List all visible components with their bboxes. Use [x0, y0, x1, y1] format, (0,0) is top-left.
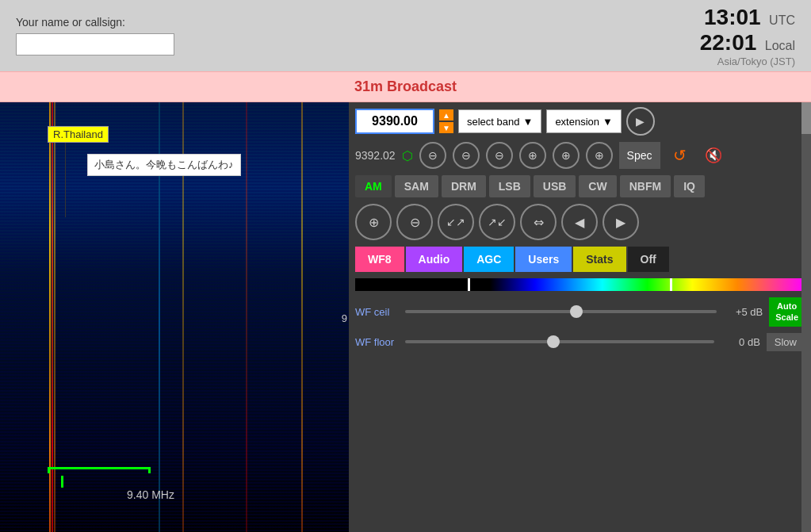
select-band-button[interactable]: select band ▼ [458, 109, 541, 133]
mode-iq-button[interactable]: IQ [674, 175, 705, 197]
callsign-input[interactable] [16, 33, 174, 55]
mode-nbfm-button[interactable]: NBFM [620, 175, 671, 197]
freq-marker: 9.40 MHz [127, 488, 174, 501]
tab-stats[interactable]: Stats [573, 247, 625, 272]
tab-row: WF8 Audio AGC Users Stats Off [349, 243, 811, 275]
wf-colorbar-track[interactable] [355, 278, 805, 291]
time-local: 22:01 [700, 30, 757, 55]
zoom-plus-button-3[interactable]: ⊕ [586, 142, 613, 169]
broadcast-banner: 31m Broadcast [0, 71, 811, 102]
callsign-section: Your name or callsign: [16, 16, 174, 55]
mode-am-button[interactable]: AM [355, 175, 392, 197]
wf-colorbar-row [349, 275, 811, 294]
wf-ceil-value: +5 dB [723, 306, 763, 318]
play-button[interactable]: ▶ [626, 107, 655, 136]
zoom-plus-button-2[interactable]: ⊕ [553, 142, 580, 169]
zoom-minus-button-2[interactable]: ⊖ [453, 142, 480, 169]
wf-ceil-slider[interactable] [405, 310, 717, 313]
compress-out-button[interactable]: ↗↙ [479, 204, 515, 240]
wf-colorbar-handle-right[interactable] [670, 278, 672, 291]
freq-row2: 9392.02 ⬡ ⊖ ⊖ ⊖ ⊕ ⊕ ⊕ Spec ↺ 🔇 [349, 140, 811, 172]
freq-spinners: ▲ ▼ [439, 109, 453, 133]
tab-off[interactable]: Off [628, 247, 669, 272]
arrows-lr-button[interactable]: ⇔ [520, 204, 557, 240]
time-local-label: Local [765, 39, 795, 52]
action-row: ⊕ ⊖ ↙↗ ↗↙ ⇔ ◀ ▶ [349, 201, 811, 243]
extension-button[interactable]: extension ▼ [546, 109, 622, 133]
frequency-input[interactable] [355, 109, 434, 134]
timezone: Asia/Tokyo (JST) [700, 55, 795, 67]
auto-scale-button[interactable]: AutoScale [769, 297, 805, 327]
wf-floor-label: WF floor [355, 336, 399, 348]
freq-link-icon[interactable]: ⬡ [402, 148, 413, 163]
zoom-minus-button-1[interactable]: ⊖ [419, 142, 446, 169]
mode-row: AM SAM DRM LSB USB CW NBFM IQ [349, 172, 811, 201]
wf-floor-thumb[interactable] [547, 335, 560, 348]
signal-line-7 [301, 102, 303, 532]
mute-button[interactable]: 🔇 [700, 142, 727, 169]
zoom-minus-button-3[interactable]: ⊖ [486, 142, 513, 169]
station-label: R.Thailand [48, 126, 109, 143]
freq-down-button[interactable]: ▼ [439, 122, 453, 133]
wf-ceil-thumb[interactable] [570, 305, 583, 318]
signal-line-6 [246, 102, 247, 532]
freq-sub-display: 9392.02 [355, 149, 396, 162]
zoom-out-action-button[interactable]: ⊖ [396, 204, 433, 240]
slow-button[interactable]: Slow [767, 333, 805, 351]
scrollbar-thumb[interactable] [801, 102, 811, 134]
mode-sam-button[interactable]: SAM [395, 175, 438, 197]
mode-lsb-button[interactable]: LSB [489, 175, 530, 197]
extension-chevron-icon: ▼ [603, 116, 613, 128]
spec-button[interactable]: Spec [619, 142, 660, 169]
top-bar: Your name or callsign: 13:01 UTC 22:01 L… [0, 0, 811, 71]
green-tick-marker [61, 476, 63, 488]
refresh-button[interactable]: ↺ [667, 142, 694, 169]
select-band-chevron-icon: ▼ [523, 116, 534, 128]
wf-floor-value: 0 dB [721, 336, 760, 348]
freq-up-button[interactable]: ▲ [439, 109, 453, 121]
wf-colorbar-handle-left[interactable] [468, 278, 470, 291]
wf-ceil-label: WF ceil [355, 306, 399, 318]
extension-label: extension [555, 116, 599, 128]
wf-floor-slider[interactable] [405, 340, 714, 343]
main-area: R.Thailand 小島さん。今晩もこんばんわ♪ 9.40 MHz 9 ▲ ▼… [0, 102, 811, 532]
mode-usb-button[interactable]: USB [534, 175, 576, 197]
tab-wf8[interactable]: WF8 [355, 247, 404, 272]
callsign-label: Your name or callsign: [16, 16, 174, 29]
right-edge-num: 9 [342, 312, 349, 323]
play-icon: ▶ [636, 115, 645, 128]
time-local-row: 22:01 Local [700, 30, 795, 55]
control-panel: ▲ ▼ select band ▼ extension ▼ ▶ 9392.02 … [349, 102, 811, 532]
station-comment: 小島さん。今晩もこんばんわ♪ [87, 154, 241, 176]
station-line [65, 138, 66, 217]
time-utc-row: 13:01 UTC [700, 5, 795, 30]
mode-drm-button[interactable]: DRM [442, 175, 486, 197]
time-utc-label: UTC [769, 13, 795, 27]
prev-button[interactable]: ◀ [561, 204, 598, 240]
right-scrollbar[interactable] [801, 102, 811, 532]
select-band-label: select band [467, 116, 520, 128]
next-button[interactable]: ▶ [603, 204, 639, 240]
waterfall-container[interactable]: R.Thailand 小島さん。今晩もこんばんわ♪ 9.40 MHz 9 [0, 102, 349, 532]
tab-users[interactable]: Users [515, 247, 572, 272]
green-bar-marker [48, 467, 151, 473]
tab-audio[interactable]: Audio [406, 247, 463, 272]
wf-floor-row: WF floor 0 dB Slow [349, 330, 811, 354]
wf-ceil-row: WF ceil +5 dB AutoScale [349, 294, 811, 330]
tab-agc[interactable]: AGC [464, 247, 514, 272]
mode-cw-button[interactable]: CW [579, 175, 616, 197]
freq-row: ▲ ▼ select band ▼ extension ▼ ▶ [349, 102, 811, 140]
compress-in-button[interactable]: ↙↗ [438, 204, 474, 240]
zoom-in-action-button[interactable]: ⊕ [355, 204, 392, 240]
time-utc: 13:01 [704, 5, 761, 29]
time-section: 13:01 UTC 22:01 Local Asia/Tokyo (JST) [700, 5, 795, 67]
zoom-plus-button-1[interactable]: ⊕ [519, 142, 546, 169]
